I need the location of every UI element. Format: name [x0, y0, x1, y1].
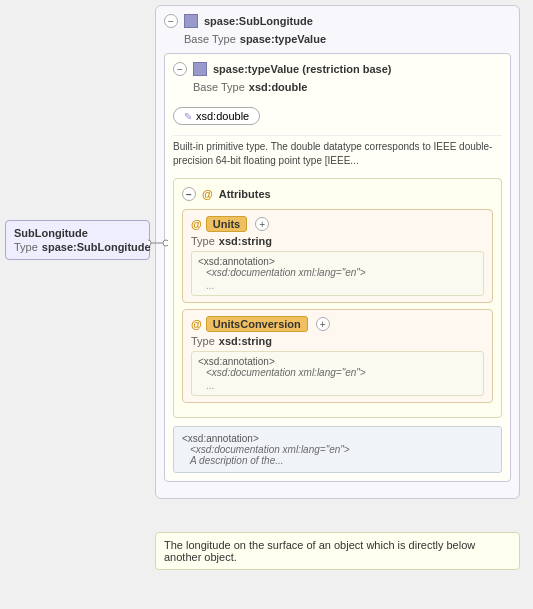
main-basetype-label: Base Type	[184, 33, 236, 45]
at-units-symbol: @	[191, 218, 202, 230]
expand-units-btn[interactable]: +	[255, 217, 269, 231]
left-type-value: spase:SubLongitude	[42, 241, 151, 253]
svg-point-1	[148, 240, 151, 246]
attributes-header: − @ Attributes	[182, 187, 493, 201]
unitsconv-type-label: Type	[191, 335, 215, 347]
inner-basetype-value: xsd:double	[249, 81, 308, 93]
collapse-inner-btn[interactable]: −	[173, 62, 187, 76]
right-panel: − spase:SubLongitude Base Type spase:typ…	[155, 5, 520, 499]
attributes-label: Attributes	[219, 188, 271, 200]
attr-item-units: @ Units + Type xsd:string <xsd:annotatio…	[182, 209, 493, 303]
connector-svg	[148, 238, 168, 248]
main-type-header: − spase:SubLongitude	[164, 14, 511, 28]
expand-unitsconv-btn[interactable]: +	[316, 317, 330, 331]
collapse-attrs-btn[interactable]: −	[182, 187, 196, 201]
bottom-annotation-line1: <xsd:annotation>	[182, 433, 493, 444]
unitsconv-annotation-doc: <xsd:documentation xml:lang="en">	[206, 367, 477, 378]
svg-point-2	[163, 240, 168, 246]
unitsconv-type-value: xsd:string	[219, 335, 272, 347]
left-panel: SubLongitude Type spase:SubLongitude	[5, 220, 150, 260]
unitsconv-ellipsis: ...	[206, 380, 477, 391]
units-type-value: xsd:string	[219, 235, 272, 247]
left-type-label: Type	[14, 241, 38, 253]
attr-unitsconv-type-row: Type xsd:string	[191, 335, 484, 347]
unitsconv-annotation-tag: <xsd:annotation>	[198, 356, 477, 367]
bottom-tooltip: The longitude on the surface of an objec…	[155, 532, 520, 570]
attr-unitsconv-header: @ UnitsConversion +	[191, 316, 484, 332]
bottom-annotation-line3: A description of the...	[190, 455, 493, 466]
attr-units-name: Units	[206, 216, 248, 232]
xsd-double-button[interactable]: ✎ xsd:double	[173, 107, 260, 125]
collapse-main-btn[interactable]: −	[164, 14, 178, 28]
xsd-description: Built-in primitive type. The double data…	[173, 135, 502, 172]
units-ellipsis: ...	[206, 280, 477, 291]
bottom-annotation-line2: <xsd:documentation xml:lang="en">	[190, 444, 493, 455]
type-icon-main	[184, 14, 198, 28]
attr-units-type-row: Type xsd:string	[191, 235, 484, 247]
edit-icon: ✎	[184, 111, 192, 122]
inner-type-name: spase:typeValue (restriction base)	[213, 63, 392, 75]
attr-units-annotation: <xsd:annotation> <xsd:documentation xml:…	[191, 251, 484, 296]
at-symbol: @	[202, 188, 213, 200]
units-annotation-tag: <xsd:annotation>	[198, 256, 477, 267]
attributes-section: − @ Attributes @ Units + Type	[173, 178, 502, 418]
inner-type-block: − spase:typeValue (restriction base) Bas…	[164, 53, 511, 482]
inner-basetype-row: Base Type xsd:double	[193, 81, 502, 93]
attr-unitsconv-name: UnitsConversion	[206, 316, 308, 332]
main-basetype-row: Base Type spase:typeValue	[184, 33, 511, 45]
units-annotation-doc: <xsd:documentation xml:lang="en">	[206, 267, 477, 278]
attr-units-header: @ Units +	[191, 216, 484, 232]
left-type-row: Type spase:SubLongitude	[14, 241, 141, 253]
attr-unitsconv-annotation: <xsd:annotation> <xsd:documentation xml:…	[191, 351, 484, 396]
inner-type-header: − spase:typeValue (restriction base)	[173, 62, 502, 76]
main-container: − spase:SubLongitude Base Type spase:typ…	[0, 0, 533, 580]
attr-item-unitsconversion: @ UnitsConversion + Type xsd:string <xsd…	[182, 309, 493, 403]
left-title: SubLongitude	[14, 227, 88, 239]
units-type-label: Type	[191, 235, 215, 247]
tooltip-text: The longitude on the surface of an objec…	[164, 539, 475, 563]
xsd-double-label: xsd:double	[196, 110, 249, 122]
main-basetype-value: spase:typeValue	[240, 33, 326, 45]
at-unitsconv-symbol: @	[191, 318, 202, 330]
bottom-annotation-inner: <xsd:annotation> <xsd:documentation xml:…	[173, 426, 502, 473]
type-icon-inner	[193, 62, 207, 76]
main-type-name: spase:SubLongitude	[204, 15, 313, 27]
inner-basetype-label: Base Type	[193, 81, 245, 93]
